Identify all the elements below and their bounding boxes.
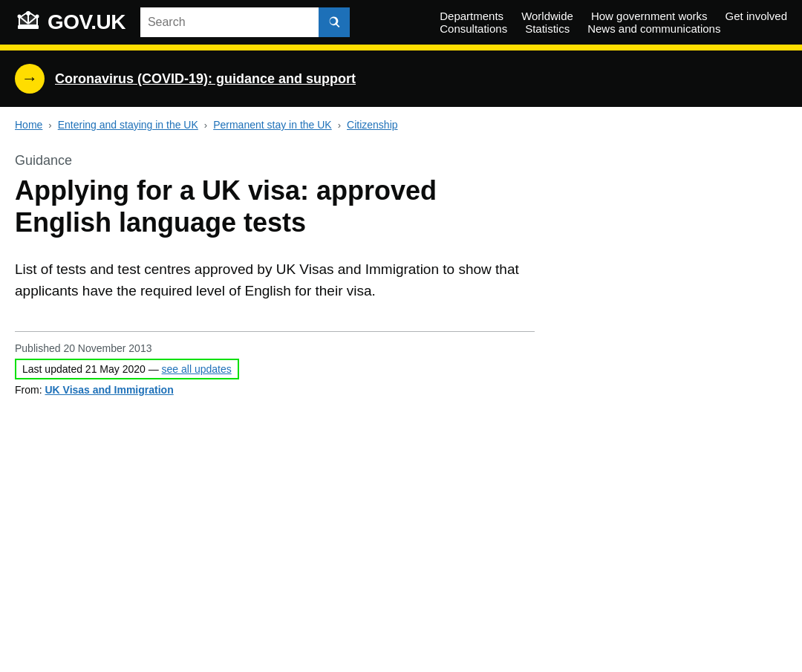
breadcrumb-sep-1: › bbox=[48, 120, 51, 131]
see-all-updates-link[interactable]: see all updates bbox=[162, 363, 232, 375]
main-nav: Departments Worldwide How government wor… bbox=[440, 10, 787, 35]
crown-icon bbox=[15, 9, 42, 36]
nav-row-1: Departments Worldwide How government wor… bbox=[440, 10, 787, 22]
breadcrumb-citizenship[interactable]: Citizenship bbox=[347, 119, 397, 131]
covid-banner: → Coronavirus (COVID-19): guidance and s… bbox=[0, 50, 802, 107]
nav-worldwide[interactable]: Worldwide bbox=[521, 10, 573, 22]
updated-prefix: Last updated 21 May 2020 — bbox=[22, 363, 162, 375]
breadcrumb-sep-3: › bbox=[338, 120, 341, 131]
breadcrumb: Home › Entering and staying in the UK › … bbox=[0, 107, 802, 138]
nav-news-comms[interactable]: News and communications bbox=[587, 22, 720, 35]
nav-departments[interactable]: Departments bbox=[440, 10, 503, 22]
search-area bbox=[140, 7, 350, 37]
breadcrumb-home[interactable]: Home bbox=[15, 119, 42, 131]
updated-line-box: Last updated 21 May 2020 — see all updat… bbox=[15, 359, 239, 379]
nav-consultations[interactable]: Consultations bbox=[440, 22, 507, 35]
page-title: Applying for a UK visa: approved English… bbox=[15, 174, 535, 238]
meta-section: Published 20 November 2013 Last updated … bbox=[15, 331, 535, 396]
search-icon bbox=[327, 15, 342, 30]
breadcrumb-permanent-stay[interactable]: Permanent stay in the UK bbox=[213, 119, 332, 131]
from-org-link[interactable]: UK Visas and Immigration bbox=[45, 384, 173, 396]
from-line: From: UK Visas and Immigration bbox=[15, 384, 535, 396]
nav-row-2: Consultations Statistics News and commun… bbox=[440, 22, 787, 35]
site-logo[interactable]: GOV.UK bbox=[15, 9, 125, 36]
nav-get-involved[interactable]: Get involved bbox=[726, 10, 787, 22]
updated-text: Last updated 21 May 2020 — see all updat… bbox=[22, 363, 232, 375]
site-header: GOV.UK Departments Worldwide How governm… bbox=[0, 0, 802, 45]
main-content: Guidance Applying for a UK visa: approve… bbox=[0, 138, 550, 425]
page-description: List of tests and test centres approved … bbox=[15, 259, 535, 301]
covid-link[interactable]: Coronavirus (COVID-19): guidance and sup… bbox=[55, 71, 356, 87]
search-input[interactable] bbox=[140, 7, 319, 37]
search-button[interactable] bbox=[319, 7, 350, 37]
yellow-bar bbox=[0, 45, 802, 50]
guidance-label: Guidance bbox=[15, 153, 535, 169]
published-date: Published 20 November 2013 bbox=[15, 342, 535, 354]
breadcrumb-entering-staying[interactable]: Entering and staying in the UK bbox=[58, 119, 198, 131]
breadcrumb-sep-2: › bbox=[204, 120, 207, 131]
logo-text: GOV.UK bbox=[48, 10, 125, 34]
covid-arrow-icon: → bbox=[15, 64, 45, 94]
from-prefix: From: bbox=[15, 384, 45, 396]
nav-how-gov-works[interactable]: How government works bbox=[591, 10, 708, 22]
nav-statistics[interactable]: Statistics bbox=[525, 22, 570, 35]
